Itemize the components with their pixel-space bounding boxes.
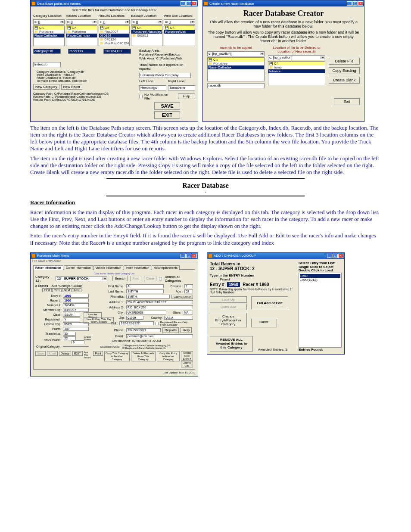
tab-owner-info[interactable]: Owner Information — [64, 265, 93, 270]
maximize-icon[interactable]: □ — [186, 254, 191, 258]
tab-racer-info[interactable]: Racer Information — [33, 265, 63, 270]
minimize-icon[interactable]: _ — [347, 1, 352, 6]
cancel-button[interactable]: Cancel — [251, 319, 277, 327]
first-name-field[interactable]: AL — [126, 284, 164, 288]
maximize-icon[interactable]: □ — [186, 1, 191, 6]
website-tree[interactable]: C:\ PortatreeWeb — [164, 25, 195, 46]
abort-button[interactable]: Abort — [47, 351, 58, 356]
titlebar[interactable]: Data Base paths and names _ □ × — [31, 0, 198, 6]
new-category-button[interactable]: New Category — [33, 84, 59, 90]
category-drive-combo[interactable]: c: []▼ — [33, 19, 65, 25]
close-icon[interactable]: × — [192, 1, 197, 6]
city-field[interactable]: UXBRIDGE — [126, 311, 166, 314]
titlebar[interactable]: Create a new racer database _ □ × — [203, 0, 364, 6]
reports-button[interactable]: Reports — [162, 327, 179, 333]
exit-button[interactable]: EXIT — [154, 111, 180, 119]
titlebar[interactable]: Portatree Main Menu _ □ × — [31, 253, 198, 259]
quick-add-button[interactable]: Quick Add — [210, 304, 247, 310]
team-initial-field[interactable]: 35 — [63, 332, 76, 336]
assign-new-entry-button[interactable]: Assign New Entry # — [181, 351, 193, 361]
address2-field[interactable]: P.O. BOX 206 — [126, 305, 193, 309]
results-tree[interactable]: C:\ Res2007 070124 070124 MedRep070124 t… — [99, 25, 130, 46]
class-field[interactable]: SS/AH — [63, 313, 80, 317]
category-combo[interactable]: 12 - SUPER STOCK▼ — [56, 276, 107, 281]
registered-only-checkbox[interactable] — [156, 322, 158, 325]
racers-tree[interactable]: C:\ Portatree RacerCatIndex — [66, 25, 97, 46]
menu-bar[interactable]: File Save Entry About — [31, 259, 198, 263]
delete-all-records-button[interactable]: Delete All Records From This Category — [131, 351, 156, 361]
save-button[interactable]: Save — [35, 351, 46, 356]
copy-existing-button[interactable]: Copy Existing — [329, 67, 360, 74]
maximize-icon[interactable]: □ — [333, 254, 338, 258]
copy-to-owner-button[interactable]: Copy to Owner — [171, 295, 193, 299]
maximize-icon[interactable]: □ — [352, 1, 358, 6]
search-all-checkbox[interactable] — [159, 277, 162, 280]
minimize-icon[interactable]: _ — [181, 1, 186, 6]
category-tree[interactable]: C:\ Portatree RacerCatIndex — [33, 25, 65, 46]
dest-drive-combo[interactable]: c: [hp_pavilion]▼ — [268, 55, 325, 60]
save-button[interactable]: SAVE — [154, 102, 180, 110]
close-icon[interactable]: × — [192, 254, 197, 258]
category-db-file[interactable]: category.DB — [33, 49, 61, 54]
find-button[interactable]: Find — [131, 276, 142, 281]
entry-listbox[interactable]: 1960 1990(1012) — [299, 273, 342, 347]
website-drive-combo[interactable]: c: []▼ — [164, 19, 195, 25]
first-button[interactable]: First — [42, 288, 52, 292]
close-icon[interactable]: × — [358, 1, 363, 6]
email-field[interactable]: portatree@rcn.com — [126, 334, 193, 338]
list-item[interactable]: 1990(1012) — [300, 278, 340, 282]
help-button[interactable]: Help — [181, 327, 192, 333]
age-field[interactable]: 52 — [184, 289, 193, 293]
delete-file-button[interactable]: Delete File — [329, 58, 360, 65]
source-file[interactable]: racer.db — [207, 83, 265, 88]
new-racer-button[interactable]: New Racer — [61, 84, 83, 90]
last-name-field[interactable]: SMYTH — [126, 289, 164, 293]
backup-tree[interactable]: C:\ Portatree\Raceday\Backu 060811 — [131, 25, 162, 46]
help-button[interactable]: Help — [178, 93, 195, 99]
minimize-icon[interactable]: _ — [181, 254, 186, 258]
registered-field[interactable]: Y — [63, 317, 80, 321]
orig-category-field[interactable] — [63, 346, 89, 347]
member-exp-field[interactable]: 03/31/07 — [63, 308, 89, 312]
next-button[interactable]: Next — [62, 288, 72, 292]
copy-entry-button[interactable]: Copy this Entry to Another Category — [157, 351, 180, 361]
copy-category-button[interactable]: Copy This Category to Another Category — [104, 351, 130, 361]
phonetics-field[interactable]: SMITH — [126, 295, 170, 299]
racers-drive-combo[interactable]: c: []▼ — [66, 19, 97, 25]
state-field[interactable]: MA — [183, 311, 193, 314]
no-modification-checkbox[interactable] — [139, 95, 143, 98]
exit-button[interactable]: Exit — [334, 98, 360, 105]
points-field[interactable]: 187 — [63, 327, 89, 331]
print-button[interactable]: Print — [93, 351, 103, 356]
copy-to-cat-button[interactable]: Copy to Cat. — [181, 361, 193, 367]
list-item[interactable]: 1960 — [300, 274, 340, 278]
minimize-icon[interactable]: _ — [327, 254, 332, 258]
racer-db-file[interactable]: racer.DB — [68, 49, 96, 54]
source-tree[interactable]: C:\ Portatree RacerCatIndex — [207, 57, 265, 81]
backup-drive-combo[interactable]: c: []▼ — [131, 19, 162, 25]
last-button[interactable]: Last — [72, 288, 81, 292]
left-lane-input[interactable]: Hemmings — [139, 85, 166, 90]
close-icon[interactable]: × — [338, 254, 343, 258]
member-num-field[interactable]: 343434 — [63, 303, 89, 307]
phone-field[interactable]: 234-567-9871 — [126, 328, 161, 332]
country-field[interactable]: U.S.A. — [164, 316, 193, 320]
exit-button[interactable]: EXIT — [72, 351, 83, 356]
create-blank-button[interactable]: Create Blank — [329, 77, 360, 84]
tab-index-info[interactable]: Index Information — [124, 265, 151, 270]
change-entry-button[interactable]: Change Entry#/Racer# or Category — [210, 313, 247, 327]
tab-vehicle-info[interactable]: Vehicle Information — [93, 265, 124, 270]
clear-button[interactable]: Clear — [144, 276, 156, 281]
prev-button[interactable]: Prev — [52, 288, 62, 292]
entry-num-field[interactable]: 1960 — [227, 282, 240, 287]
cell-field[interactable]: 222-222-2222 — [119, 321, 154, 325]
delete-button[interactable]: Delete — [59, 351, 71, 356]
tab-accomplishments[interactable]: Accomplishments — [152, 265, 180, 270]
look-up-button[interactable]: Look Up — [210, 296, 247, 303]
full-add-edit-button[interactable]: Full Add or Edit — [251, 296, 288, 309]
division-field[interactable]: 1 — [184, 284, 193, 288]
remove-all-button[interactable]: REMOVE ALL Awarded Entries in this Categ… — [210, 336, 253, 352]
track-name-input[interactable]: Lebanon Valley Dragway — [139, 73, 191, 78]
other-points-field[interactable]: 22 — [63, 336, 76, 340]
search-button[interactable]: Search — [112, 276, 128, 281]
